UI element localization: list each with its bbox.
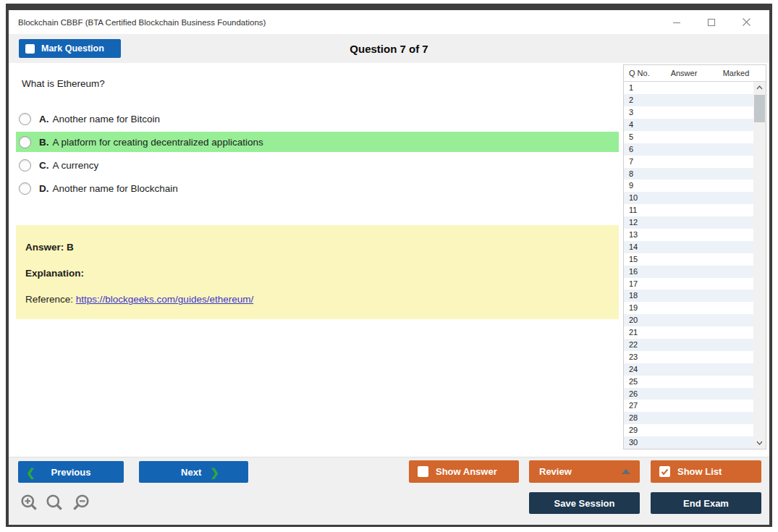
radio-option-d[interactable] [19,182,31,195]
options-list: A. Another name for Bitcoin B. A platfor… [16,109,619,198]
close-button[interactable] [729,10,764,34]
maximize-icon [707,18,716,27]
question-list-row[interactable]: 9 [624,180,753,192]
previous-label: Previous [51,467,91,478]
show-list-button[interactable]: Show List [651,460,761,483]
option-c[interactable]: C. A currency [16,155,619,175]
answer-cell [659,241,706,253]
zoom-tools [20,494,90,512]
next-button[interactable]: Next ❯ [139,461,248,483]
question-list-row[interactable]: 4 [624,119,753,131]
question-list-row[interactable]: 14 [624,241,753,253]
scroll-up-icon[interactable] [753,82,766,93]
marked-cell [706,94,753,106]
question-list-row[interactable]: 23 [624,351,753,363]
option-text: A currency [53,160,99,171]
show-answer-label: Show Answer [436,466,497,477]
option-a[interactable]: A. Another name for Bitcoin [16,109,619,129]
scrollbar-thumb[interactable] [754,95,765,122]
question-area: What is Ethereum? A. Another name for Bi… [9,63,623,457]
question-list-row[interactable]: 24 [624,363,753,376]
minimize-icon [672,18,681,27]
marked-cell [706,351,753,363]
answer-cell [659,94,706,106]
marked-cell [706,82,753,94]
minimize-button[interactable] [659,10,694,34]
answer-cell [659,180,706,192]
end-exam-button[interactable]: End Exam [651,492,761,514]
radio-option-c[interactable] [19,159,31,172]
marked-cell [706,229,753,241]
radio-option-b[interactable] [19,136,31,148]
option-text: A platform for creating decentralized ap… [53,137,263,148]
option-d[interactable]: D. Another name for Blockchain [16,178,619,198]
question-list-row[interactable]: 8 [624,168,753,180]
reference-label: Reference: [25,294,76,305]
answer-cell [659,376,706,388]
answer-cell [659,339,706,351]
save-session-button[interactable]: Save Session [529,492,640,514]
question-list-row[interactable]: 17 [624,278,753,290]
scroll-down-icon[interactable] [753,437,766,449]
question-list-row[interactable]: 16 [624,266,753,278]
question-list-body: 1234567891011121314151617181920212223242… [624,82,766,449]
qno-cell: 10 [624,192,659,204]
column-header-answer: Answer [659,69,709,77]
show-list-checkbox[interactable] [659,466,670,477]
question-list-row[interactable]: 18 [624,290,753,302]
answer-cell [659,253,706,266]
window-title: Blockchain CBBF (BTA Certified Blockchai… [9,18,266,27]
review-button[interactable]: Review [529,460,640,483]
show-answer-checkbox[interactable] [418,466,428,477]
answer-cell [659,278,706,290]
question-list-row[interactable]: 12 [624,216,753,229]
question-list-row[interactable]: 2 [624,94,753,106]
option-letter: A. [39,114,49,124]
question-list-row[interactable]: 5 [624,131,753,143]
qno-cell: 7 [624,156,659,168]
question-list-row[interactable]: 30 [624,436,753,449]
option-letter: C. [39,160,49,171]
answer-cell [659,106,706,119]
option-b[interactable]: B. A platform for creating decentralized… [16,132,619,152]
zoom-in-icon[interactable] [20,494,39,512]
triangle-up-icon [622,469,630,474]
reference-link[interactable]: https://blockgeeks.com/guides/ethereum/ [76,294,253,305]
previous-button[interactable]: ❮ Previous [18,461,124,483]
question-list-row[interactable]: 27 [624,400,753,412]
qno-cell: 22 [624,339,659,351]
question-list-scrollbar[interactable] [753,82,766,449]
question-list-row[interactable]: 20 [624,314,753,326]
qno-cell: 25 [624,376,659,388]
question-list-row[interactable]: 21 [624,326,753,339]
answer-cell [659,266,706,278]
marked-cell [706,216,753,229]
question-list-row[interactable]: 15 [624,253,753,266]
question-list-row[interactable]: 11 [624,204,753,216]
qno-cell: 30 [624,436,659,449]
question-list-row[interactable]: 7 [624,156,753,168]
question-list-row[interactable]: 1 [624,82,753,94]
marked-cell [706,290,753,302]
marked-cell [706,168,753,180]
question-list-row[interactable]: 6 [624,143,753,156]
answer-cell [659,192,706,204]
zoom-reset-icon[interactable] [46,494,64,512]
chevron-left-icon: ❮ [26,467,35,478]
answer-cell [659,204,706,216]
question-list-row[interactable]: 3 [624,106,753,119]
question-list-row[interactable]: 19 [624,302,753,314]
zoom-out-icon[interactable] [71,494,90,512]
show-answer-button[interactable]: Show Answer [409,460,519,483]
question-list-row[interactable]: 25 [624,376,753,388]
question-list-row[interactable]: 13 [624,229,753,241]
answer-cell [659,412,706,424]
explanation-line: Explanation: [25,268,609,279]
question-list-row[interactable]: 26 [624,388,753,400]
radio-option-a[interactable] [19,113,31,125]
question-list-row[interactable]: 10 [624,192,753,204]
maximize-button[interactable] [694,10,729,34]
question-list-row[interactable]: 28 [624,412,753,424]
question-list-row[interactable]: 29 [624,424,753,436]
question-list-row[interactable]: 22 [624,339,753,351]
